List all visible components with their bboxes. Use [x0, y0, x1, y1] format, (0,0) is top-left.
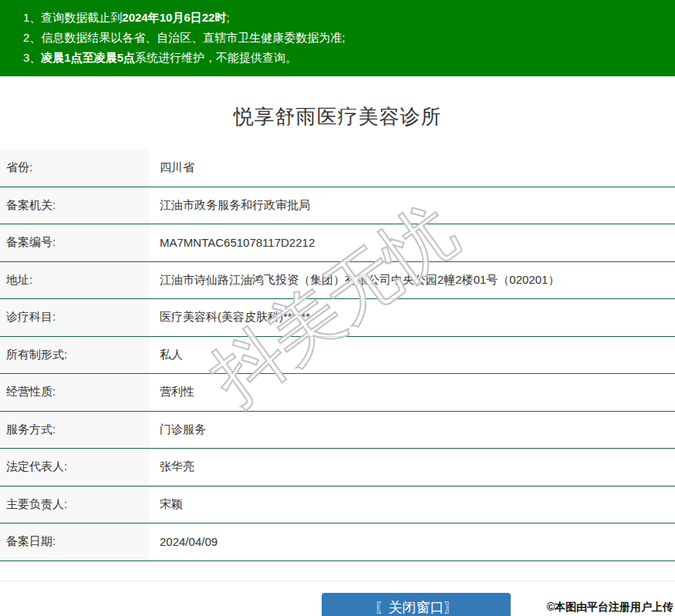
notice-line-3-number: 3、 [23, 51, 41, 64]
table-row-ownership-form: 所有制形式: 私人 [0, 337, 675, 375]
table-row-treatment-subjects: 诊疗科目: 医疗美容科(美容皮肤科)****** [0, 299, 675, 337]
row-value: 江油市诗仙路江油鸿飞投资（集团）有限公司中央公园2幢2楼01号（020201） [149, 262, 675, 299]
notice-line-3-post: 系统进行维护，不能提供查询。 [135, 51, 297, 64]
notice-line-2-number: 2、 [23, 31, 41, 44]
notice-banner: 1、查询数据截止到2024年10月6日22时; 2、信息数据结果以各省、自治区、… [0, 0, 675, 76]
table-row-registration-date: 备案日期: 2024/04/09 [0, 523, 675, 561]
table-row-province: 省份: 四川省 [0, 150, 675, 187]
row-value: 营利性 [149, 374, 675, 411]
row-label: 法定代表人: [0, 449, 149, 486]
notice-line-1-text: 查询数据截止到 [41, 11, 122, 24]
close-window-button[interactable]: 〖关闭窗口〗 [322, 593, 511, 616]
copyright-watermark: ©本图由平台注册用户上传 [547, 601, 673, 614]
page-title: 悦享舒雨医疗美容诊所 [0, 103, 675, 130]
row-label: 服务方式: [0, 412, 149, 449]
row-label: 省份: [0, 150, 149, 187]
row-label: 所有制形式: [0, 337, 149, 374]
notice-line-3: 3、凌晨1点至凌晨5点系统进行维护，不能提供查询。 [23, 48, 667, 68]
row-value: 四川省 [149, 150, 675, 187]
row-label: 经营性质: [0, 374, 149, 411]
row-value: 江油市政务服务和行政审批局 [149, 187, 675, 224]
table-row-registration-number: 备案编号: MA7MNTAC651078117D2212 [0, 224, 675, 262]
row-value: MA7MNTAC651078117D2212 [149, 224, 675, 261]
table-row-service-mode: 服务方式: 门诊服务 [0, 412, 675, 449]
notice-line-3-bold: 凌晨1点至凌晨5点 [41, 51, 135, 64]
row-label: 备案日期: [0, 523, 149, 560]
row-label: 备案机关: [0, 187, 149, 224]
notice-line-1: 1、查询数据截止到2024年10月6日22时; [23, 8, 667, 28]
row-value: 医疗美容科(美容皮肤科)****** [149, 299, 675, 336]
notice-line-2-text: 信息数据结果以各省、自治区、直辖市卫生健康委数据为准; [41, 31, 345, 44]
table-row-main-person-in-charge: 主要负责人: 宋颖 [0, 486, 675, 524]
table-row-registration-authority: 备案机关: 江油市政务服务和行政审批局 [0, 187, 675, 225]
row-label: 诊疗科目: [0, 299, 149, 336]
notice-line-2: 2、信息数据结果以各省、自治区、直辖市卫生健康委数据为准; [23, 28, 667, 48]
row-value: 私人 [149, 337, 675, 374]
page: 1、查询数据截止到2024年10月6日22时; 2、信息数据结果以各省、自治区、… [0, 0, 675, 616]
row-value: 张华亮 [149, 449, 675, 486]
row-value: 宋颖 [149, 486, 675, 523]
table-row-business-nature: 经营性质: 营利性 [0, 374, 675, 412]
row-label: 地址: [0, 262, 149, 299]
row-label: 备案编号: [0, 224, 149, 261]
info-table: 省份: 四川省 备案机关: 江油市政务服务和行政审批局 备案编号: MA7MNT… [0, 150, 675, 561]
notice-line-1-post: ; [226, 11, 229, 24]
footer-divider [0, 581, 675, 581]
notice-line-1-number: 1、 [23, 11, 41, 24]
row-value: 门诊服务 [149, 412, 675, 449]
table-row-legal-representative: 法定代表人: 张华亮 [0, 449, 675, 486]
table-row-address: 地址: 江油市诗仙路江油鸿飞投资（集团）有限公司中央公园2幢2楼01号（0202… [0, 262, 675, 300]
row-value: 2024/04/09 [149, 523, 675, 560]
row-label: 主要负责人: [0, 486, 149, 523]
notice-line-1-bold: 2024年10月6日22时 [122, 11, 226, 24]
